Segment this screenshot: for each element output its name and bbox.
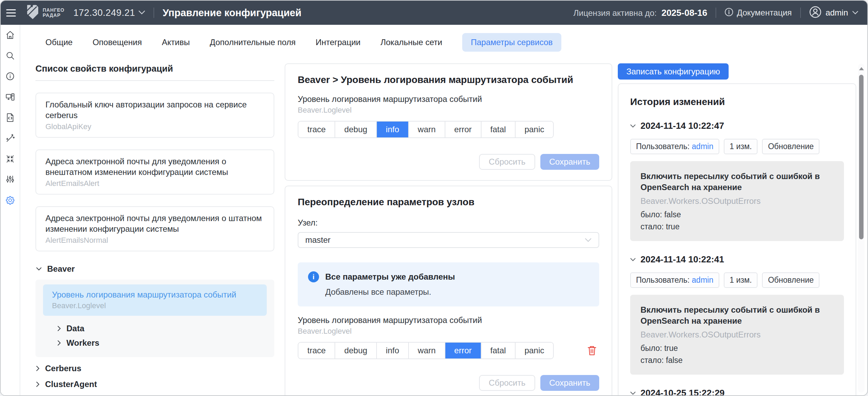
history-entry-toggle[interactable]: 2024-11-14 10:22:41 [630, 254, 844, 265]
property-title: Адреса электронной почты для уведомления… [45, 213, 264, 234]
file-code-icon[interactable] [6, 113, 15, 122]
tree-item-loglevel-selected[interactable]: Уровень логирования маршрутизатора событ… [43, 284, 267, 316]
search-icon[interactable] [6, 51, 15, 60]
settings-gear-icon[interactable] [6, 196, 15, 205]
segment-trace[interactable]: trace [298, 343, 335, 358]
tree-section-label: Cerberus [45, 364, 81, 373]
history-entry-toggle[interactable]: 2024-11-14 10:22:47 [630, 121, 844, 131]
sliders-icon[interactable] [6, 175, 15, 184]
property-code: AlertEmailsNormal [45, 236, 264, 245]
selected-item-title: Уровень логирования маршрутизатора событ… [52, 290, 258, 300]
tree-node-label: Data [66, 324, 84, 333]
param-code: Beaver.Loglevel [298, 106, 599, 115]
segment-warn[interactable]: warn [409, 122, 445, 137]
segment-info-selected[interactable]: info [377, 122, 409, 137]
properties-heading: Список свойств конфигураций [35, 63, 274, 81]
scroll-up-arrow[interactable] [859, 67, 864, 70]
info-alert: i Все параметры уже добавлены Добавлены … [298, 262, 599, 306]
alert-title: Все параметры уже добавлены [325, 272, 455, 282]
tab-integrations[interactable]: Интеграции [316, 38, 361, 47]
user-menu[interactable]: admin [809, 6, 858, 20]
segment-debug[interactable]: debug [335, 122, 377, 137]
tree-section-cm[interactable]: Cm [35, 392, 274, 396]
tab-local-networks[interactable]: Локальные сети [381, 38, 442, 47]
tree-node-label: Workers [66, 338, 99, 348]
segment-warn[interactable]: warn [409, 343, 445, 358]
instance-ip: 172.30.249.21 [73, 8, 135, 18]
info-icon[interactable] [6, 72, 15, 81]
tree-section-cerberus[interactable]: Cerberus [35, 361, 274, 376]
reset-button[interactable]: Сбросить [479, 154, 535, 170]
override-save-button[interactable]: Сохранить [540, 375, 599, 391]
scrollbar-thumb[interactable] [859, 75, 864, 239]
override-reset-button[interactable]: Сбросить [479, 375, 535, 391]
segment-info[interactable]: info [377, 343, 409, 358]
topbar-divider [800, 8, 801, 18]
change-code: Beaver.Workers.OSOutputErrors [641, 196, 834, 206]
action-type-badge: Обновление [762, 272, 819, 288]
user-badge: Пользователь: admin [630, 139, 719, 154]
segment-error-selected[interactable]: error [445, 343, 481, 358]
collapse-icon[interactable] [6, 154, 15, 164]
chevron-right-icon [36, 366, 40, 371]
delete-override-trash-icon[interactable] [587, 345, 597, 356]
changes-count-badge: 1 изм. [724, 272, 758, 288]
change-title: Включить пересылку событий с ошибкой в O… [641, 171, 834, 193]
vertical-scrollbar[interactable] [858, 64, 865, 393]
license-label: Лицензия активна до: [573, 8, 657, 18]
property-item-alertemailsalert[interactable]: Адреса электронной почты для уведомления… [35, 149, 274, 195]
segment-fatal[interactable]: fatal [481, 122, 516, 137]
tree-section-clusteragent[interactable]: ClusterAgent [35, 376, 274, 392]
param-editor-panel: Beaver > Уровень логирования маршрутизат… [285, 63, 612, 181]
property-title: Глобальный ключ авторизации запросов на … [45, 99, 264, 121]
tree-node-workers[interactable]: Workers [57, 336, 267, 350]
magic-wand-icon[interactable] [6, 134, 15, 143]
topbar-divider [154, 8, 154, 18]
segment-fatal[interactable]: fatal [481, 343, 516, 358]
tree-section-beaver[interactable]: Beaver [35, 261, 274, 277]
tab-notifications[interactable]: Оповещения [93, 38, 142, 47]
segment-error[interactable]: error [445, 122, 481, 137]
chevron-right-icon [57, 340, 61, 346]
devices-icon[interactable] [6, 92, 15, 102]
home-icon[interactable] [6, 30, 15, 40]
segment-debug[interactable]: debug [335, 343, 377, 358]
topbar-divider [716, 8, 716, 18]
change-was: было: false [641, 210, 834, 219]
beaver-subtree: Уровень логирования маршрутизатора событ… [35, 280, 274, 357]
user-link[interactable]: admin [692, 142, 713, 151]
tree-node-data[interactable]: Data [57, 321, 267, 336]
chevron-down-icon [852, 10, 858, 16]
node-select[interactable]: master [298, 232, 599, 248]
segment-trace[interactable]: trace [298, 122, 335, 137]
node-label: Узел: [298, 218, 599, 228]
documentation-link[interactable]: Документация [724, 8, 792, 18]
property-item-globalapikey[interactable]: Глобальный ключ авторизации запросов на … [35, 93, 274, 138]
brand-logo: ПАНГЕО РАДАР [26, 4, 64, 21]
chevron-down-icon [630, 258, 636, 261]
segment-panic[interactable]: panic [516, 122, 553, 137]
tree-section-label: ClusterAgent [45, 379, 97, 389]
tab-assets[interactable]: Активы [162, 38, 190, 47]
tree-section-label: Beaver [47, 264, 75, 274]
avatar-icon [809, 6, 822, 20]
write-config-button[interactable]: Записать конфигурацию [618, 63, 729, 80]
chevron-down-icon [585, 238, 592, 242]
tab-general[interactable]: Общие [45, 38, 73, 47]
hamburger-menu-icon[interactable] [6, 9, 16, 17]
user-link[interactable]: admin [692, 275, 713, 284]
property-code: AlertEmailsAlert [45, 179, 264, 188]
chevron-down-icon [36, 267, 42, 271]
history-timestamp: 2024-11-14 10:22:41 [641, 254, 724, 265]
segment-panic[interactable]: panic [516, 343, 553, 358]
history-entry-toggle[interactable]: 2024-10-25 15:22:29 [630, 388, 844, 396]
instance-selector[interactable]: 172.30.249.21 [73, 8, 145, 18]
brand-name: ПАНГЕО РАДАР [43, 8, 64, 18]
page-title: Управление конфигурацией [162, 7, 301, 19]
save-button[interactable]: Сохранить [540, 154, 599, 170]
tab-extra-fields[interactable]: Дополнительные поля [210, 38, 295, 47]
change-became: стало: false [641, 356, 834, 365]
service-tree: Beaver Уровень логирования маршрутизатор… [35, 261, 274, 396]
tab-service-params[interactable]: Параметры сервисов [462, 33, 561, 52]
property-item-alertemailsnormal[interactable]: Адреса электронной почты для уведомления… [35, 206, 274, 251]
